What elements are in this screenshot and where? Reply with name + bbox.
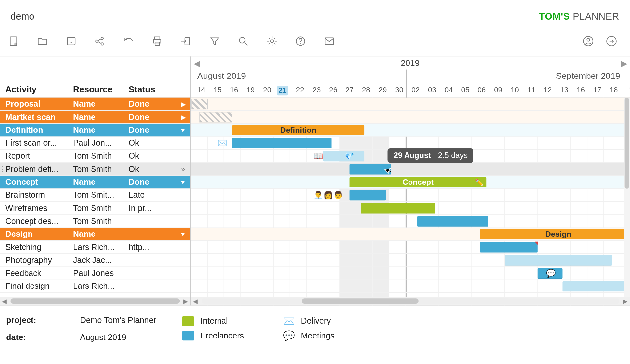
day-cell[interactable]: 12	[539, 86, 556, 94]
import-icon[interactable]	[180, 35, 192, 47]
status-cell[interactable]: Ok	[129, 151, 172, 161]
mail-icon[interactable]	[323, 35, 336, 47]
gantt-bar[interactable]	[349, 164, 391, 174]
undo-icon[interactable]	[122, 35, 135, 47]
filter-icon[interactable]	[209, 35, 221, 47]
resource-cell[interactable]: Tom Smith	[73, 216, 129, 226]
day-cell[interactable]: 26	[325, 86, 342, 94]
resource-cell[interactable]: Tom Smith	[73, 151, 129, 161]
task-row[interactable]: Martket scanNameDone▶	[0, 111, 190, 124]
resource-cell[interactable]: Lars Rich...	[73, 282, 129, 291]
activity-cell[interactable]: Martket scan	[0, 112, 73, 122]
task-row[interactable]: SketchingLars Rich...http...	[0, 241, 190, 254]
activity-cell[interactable]: Proposal	[0, 99, 73, 109]
resource-cell[interactable]: Paul Jones	[73, 268, 129, 278]
timeline-hscroll[interactable]: ◀ ▶	[191, 297, 630, 305]
gantt-bar[interactable]	[191, 99, 208, 109]
status-cell[interactable]: Ok	[129, 164, 172, 174]
task-row[interactable]: DefinitionNameDone▼	[0, 124, 190, 136]
more-icon[interactable]: »	[181, 165, 184, 173]
month2-label[interactable]: September 2019	[556, 71, 620, 81]
day-cell[interactable]: 02	[408, 86, 424, 94]
resource-cell[interactable]: Jack Jac...	[73, 255, 129, 265]
gem-icon[interactable]: 💎	[345, 151, 354, 161]
scroll-left-icon[interactable]: ◀	[0, 298, 9, 305]
person3-icon[interactable]: 👨	[333, 190, 343, 200]
save-icon[interactable]	[65, 35, 77, 47]
envelope-icon[interactable]: ✉️	[218, 138, 227, 148]
help-icon[interactable]	[294, 35, 307, 47]
gantt-bar[interactable]	[349, 190, 386, 200]
gantt-row[interactable]	[191, 215, 630, 228]
book-icon[interactable]: 📖	[313, 151, 323, 161]
header-activity[interactable]: Activity	[0, 84, 73, 94]
task-row[interactable]: DesignName▼	[0, 228, 190, 241]
day-cell[interactable]: 16	[573, 86, 589, 94]
resource-cell[interactable]: Name	[73, 125, 129, 135]
activity-cell[interactable]: Report	[0, 151, 73, 161]
gantt-row[interactable]	[191, 189, 630, 202]
activity-cell[interactable]: Concept	[0, 177, 73, 187]
activity-cell[interactable]: Sketching	[0, 242, 73, 252]
resource-cell[interactable]: Paul Jon...	[73, 138, 129, 148]
task-row[interactable]: FeedbackPaul Jones	[0, 267, 190, 280]
activity-cell[interactable]: First scan or...	[0, 138, 73, 148]
task-row[interactable]: BrainstormTom Smit...Late	[0, 189, 190, 202]
gantt-row[interactable]	[191, 98, 630, 111]
status-cell[interactable]: Done	[129, 125, 172, 135]
day-cell[interactable]: 30	[391, 86, 408, 94]
scroll-right-icon[interactable]: ▶	[182, 298, 190, 305]
print-icon[interactable]	[151, 35, 163, 47]
task-row[interactable]: ConceptNameDone▼	[0, 176, 190, 189]
scroll-right-icon[interactable]: ▶	[621, 298, 630, 305]
day-cell[interactable]: 16	[226, 86, 242, 94]
expand-icon[interactable]: ▼	[180, 127, 186, 133]
status-cell[interactable]: Done	[129, 177, 172, 187]
left-hscroll[interactable]: ◀ ▶	[0, 297, 190, 305]
year-next-icon[interactable]: ▶	[621, 58, 627, 69]
gantt-bar[interactable]: Concept✏️	[349, 177, 486, 187]
search-icon[interactable]	[237, 35, 249, 47]
activity-cell[interactable]: Problem defi...	[0, 164, 73, 174]
gantt-row[interactable]	[191, 241, 630, 254]
day-cell[interactable]: 20	[259, 86, 276, 94]
day-cell[interactable]: 09	[490, 86, 507, 94]
status-cell[interactable]: http...	[129, 242, 172, 252]
scroll-left-icon[interactable]: ◀	[191, 298, 200, 305]
task-row[interactable]: ReportTom SmithOk	[0, 150, 190, 163]
task-row[interactable]: Problem defi...Tom SmithOk»	[0, 163, 190, 176]
activity-cell[interactable]: Definition	[0, 125, 73, 135]
activity-cell[interactable]: Concept des...	[0, 216, 73, 226]
status-cell[interactable]: Done	[129, 112, 172, 122]
gantt-row[interactable]	[191, 267, 630, 280]
activity-cell[interactable]: Brainstorm	[0, 190, 73, 200]
resource-cell[interactable]: Name	[73, 177, 129, 187]
settings-icon[interactable]	[266, 35, 278, 47]
person1-icon[interactable]: 👨‍💼	[313, 190, 323, 200]
resource-cell[interactable]: Tom Smith	[73, 203, 129, 213]
expand-icon[interactable]: ▶	[181, 114, 186, 121]
day-cell[interactable]: 06	[473, 86, 490, 94]
day-cell[interactable]: 22	[292, 86, 308, 94]
gantt-bar[interactable]	[505, 255, 612, 265]
chat-icon[interactable]: 💬	[546, 269, 556, 278]
status-cell[interactable]: Done	[129, 99, 172, 109]
header-status[interactable]: Status	[129, 84, 172, 94]
task-row[interactable]: Final designLars Rich...	[0, 280, 190, 293]
gantt-bar[interactable]	[323, 151, 364, 161]
resource-cell[interactable]: Name	[73, 229, 129, 239]
day-cell[interactable]: 04	[440, 86, 457, 94]
gantt-row[interactable]	[191, 163, 630, 176]
gantt-bar[interactable]: Definition	[232, 125, 364, 135]
expand-icon[interactable]: ▼	[180, 231, 186, 237]
share-icon[interactable]	[94, 35, 106, 47]
task-row[interactable]: First scan or...Paul Jon...Ok	[0, 137, 190, 150]
new-file-icon[interactable]	[8, 35, 20, 47]
header-resource[interactable]: Resource	[73, 84, 129, 94]
gantt-row[interactable]	[191, 111, 630, 124]
resource-cell[interactable]: Tom Smit...	[73, 190, 129, 200]
day-cell[interactable]: 05	[457, 86, 473, 94]
resource-cell[interactable]: Name	[73, 99, 129, 109]
month1-label[interactable]: August 2019	[197, 71, 246, 81]
day-cell[interactable]: 15	[209, 86, 226, 94]
